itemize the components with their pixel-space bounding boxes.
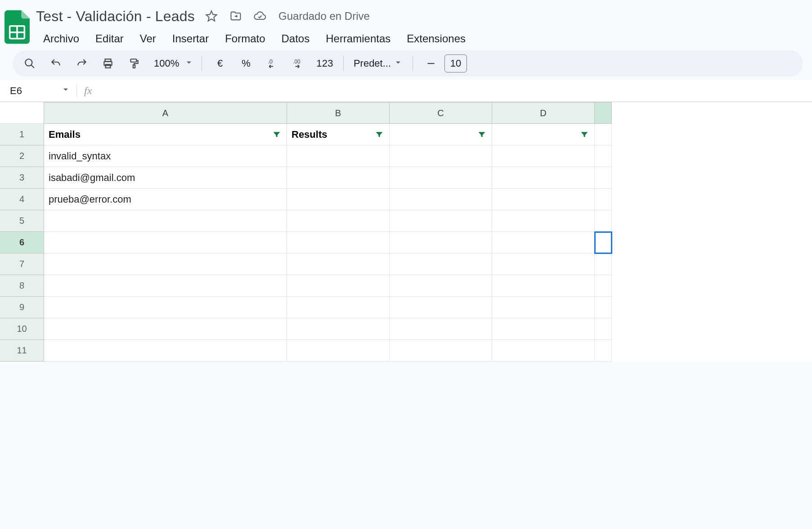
cell-c1[interactable] — [390, 124, 492, 145]
cell-b2[interactable] — [287, 145, 390, 167]
cell-b3[interactable] — [287, 167, 390, 189]
star-icon[interactable] — [204, 9, 219, 24]
cell-d5[interactable] — [492, 210, 595, 232]
cell-b1[interactable]: Results — [287, 124, 390, 145]
move-to-folder-icon[interactable] — [228, 9, 243, 24]
menu-datos[interactable]: Datos — [274, 29, 317, 49]
format-currency-button[interactable]: € — [207, 53, 233, 74]
filter-icon[interactable] — [270, 128, 283, 141]
cell-a2[interactable]: invalid_syntax — [44, 145, 287, 167]
undo-button[interactable] — [43, 53, 68, 74]
font-size-input[interactable]: 10 — [444, 54, 467, 72]
cell-b6[interactable] — [287, 232, 390, 253]
increase-decimal-button[interactable]: .00 — [286, 53, 311, 74]
cell-d4[interactable] — [492, 189, 595, 210]
cell-e5[interactable] — [595, 210, 612, 232]
cell-a8[interactable] — [44, 275, 287, 297]
cell-e6[interactable] — [595, 232, 612, 253]
cell-e7[interactable] — [595, 253, 612, 275]
filter-icon[interactable] — [476, 128, 488, 141]
cell-c8[interactable] — [390, 275, 492, 297]
cell-d1[interactable] — [492, 124, 595, 145]
cell-b9[interactable] — [287, 297, 390, 318]
cell-a3[interactable]: isabadi@gmail.com — [44, 167, 287, 189]
cell-e1[interactable] — [595, 124, 612, 145]
cell-d11[interactable] — [492, 340, 595, 362]
cell-c10[interactable] — [390, 318, 492, 340]
cell-c3[interactable] — [390, 167, 492, 189]
row-header-7[interactable]: 7 — [0, 253, 44, 275]
column-header-a[interactable]: A — [44, 102, 287, 124]
cell-d2[interactable] — [492, 145, 595, 167]
formula-input[interactable] — [99, 80, 812, 101]
cell-e8[interactable] — [595, 275, 612, 297]
cell-a1[interactable]: Emails — [44, 124, 287, 145]
decrease-font-size-button[interactable] — [418, 53, 444, 74]
cell-c9[interactable] — [390, 297, 492, 318]
cell-b4[interactable] — [287, 189, 390, 210]
row-header-10[interactable]: 10 — [0, 318, 44, 340]
column-header-c[interactable]: C — [390, 102, 492, 124]
menu-archivo[interactable]: Archivo — [36, 29, 86, 49]
menu-herramientas[interactable]: Herramientas — [319, 29, 398, 49]
filter-icon[interactable] — [578, 128, 591, 141]
cell-e11[interactable] — [595, 340, 612, 362]
cell-a10[interactable] — [44, 318, 287, 340]
column-header-d[interactable]: D — [492, 102, 595, 124]
menu-extensiones[interactable]: Extensiones — [399, 29, 473, 49]
cell-c11[interactable] — [390, 340, 492, 362]
row-header-3[interactable]: 3 — [0, 167, 44, 189]
cell-c2[interactable] — [390, 145, 492, 167]
cell-a4[interactable]: prueba@error.com — [44, 189, 287, 210]
cell-b11[interactable] — [287, 340, 390, 362]
row-header-1[interactable]: 1 — [0, 124, 44, 145]
more-formats-button[interactable]: 123 — [312, 53, 338, 74]
row-header-8[interactable]: 8 — [0, 275, 44, 297]
cell-c5[interactable] — [390, 210, 492, 232]
document-title[interactable]: Test - Validación - Leads — [36, 8, 195, 25]
row-header-2[interactable]: 2 — [0, 145, 44, 167]
cell-b5[interactable] — [287, 210, 390, 232]
cell-e9[interactable] — [595, 297, 612, 318]
menu-insertar[interactable]: Insertar — [165, 29, 216, 49]
row-header-11[interactable]: 11 — [0, 340, 44, 362]
redo-button[interactable] — [69, 53, 94, 74]
cell-d7[interactable] — [492, 253, 595, 275]
cell-b7[interactable] — [287, 253, 390, 275]
cell-e4[interactable] — [595, 189, 612, 210]
cell-b10[interactable] — [287, 318, 390, 340]
cloud-saved-icon[interactable] — [252, 9, 268, 24]
column-header-e[interactable] — [595, 102, 612, 124]
select-all-corner[interactable] — [0, 102, 44, 124]
cell-d3[interactable] — [492, 167, 595, 189]
sheets-logo[interactable] — [4, 9, 31, 45]
format-percent-button[interactable]: % — [233, 53, 259, 74]
row-header-9[interactable]: 9 — [0, 297, 44, 318]
cell-a7[interactable] — [44, 253, 287, 275]
zoom-selector[interactable]: 100% — [148, 58, 196, 69]
cell-d10[interactable] — [492, 318, 595, 340]
cell-d8[interactable] — [492, 275, 595, 297]
cell-e10[interactable] — [595, 318, 612, 340]
menu-ver[interactable]: Ver — [133, 29, 163, 49]
cell-b8[interactable] — [287, 275, 390, 297]
cell-a11[interactable] — [44, 340, 287, 362]
menu-editar[interactable]: Editar — [88, 29, 131, 49]
paint-format-button[interactable] — [121, 53, 147, 74]
row-header-6[interactable]: 6 — [0, 232, 44, 253]
cell-c7[interactable] — [390, 253, 492, 275]
cell-a9[interactable] — [44, 297, 287, 318]
print-button[interactable] — [95, 53, 121, 74]
font-selector[interactable]: Predet... — [349, 58, 407, 69]
cell-d9[interactable] — [492, 297, 595, 318]
cell-d6[interactable] — [492, 232, 595, 253]
search-button[interactable] — [17, 53, 42, 74]
cell-c6[interactable] — [390, 232, 492, 253]
menu-formato[interactable]: Formato — [218, 29, 272, 49]
row-header-4[interactable]: 4 — [0, 189, 44, 210]
cell-c4[interactable] — [390, 189, 492, 210]
name-box[interactable]: E6 — [0, 80, 76, 101]
decrease-decimal-button[interactable]: .0 — [260, 53, 285, 74]
row-header-5[interactable]: 5 — [0, 210, 44, 232]
column-header-b[interactable]: B — [287, 102, 390, 124]
